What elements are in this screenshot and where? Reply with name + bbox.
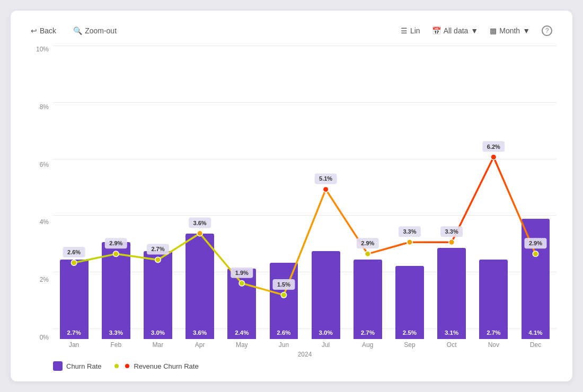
bar-group-jul: 3.0% [305, 46, 347, 339]
bar-label-may: 2.4% [235, 329, 249, 336]
bar-group-sep: 2.5% [388, 46, 430, 339]
x-label-mar: Mar [153, 341, 164, 349]
x-label-oct: Oct [447, 341, 457, 349]
x-axis-labels: JanFebMarAprMayJunJulAugSepOctNovDec [53, 339, 556, 351]
all-data-label: All data [444, 26, 469, 35]
back-label: Back [40, 26, 56, 35]
bar-label-jan: 2.7% [67, 329, 81, 336]
y-label-10: 10% [36, 46, 49, 53]
bar-oct: 3.1% [437, 248, 466, 339]
bar-jul: 3.0% [312, 251, 340, 339]
chevron-down-icon: ▼ [471, 26, 478, 35]
x-label-dec: Dec [530, 341, 541, 349]
bar-group-jan: 2.7% [53, 46, 95, 339]
bar-label-mar: 3.0% [151, 329, 165, 336]
zoom-out-button[interactable]: 🔍 Zoom-out [69, 24, 121, 37]
bar-group-may: 2.4% [221, 46, 263, 339]
bar-chart-icon: ▩ [490, 26, 497, 35]
x-label-sep: Sep [404, 341, 415, 349]
bar-group-nov: 2.7% [473, 46, 515, 339]
x-label-jun: Jun [279, 341, 289, 349]
bars-area: 2.7%3.3%3.0%3.6%2.4%2.6%3.0%2.7%2.5%3.1%… [53, 46, 556, 339]
bar-group-mar: 3.0% [137, 46, 179, 339]
toolbar: ↩ Back 🔍 Zoom-out ☰ Lin 📅 All data ▼ ▩ M… [26, 21, 556, 40]
chart-container: ↩ Back 🔍 Zoom-out ☰ Lin 📅 All data ▼ ▩ M… [11, 11, 572, 381]
bar-feb: 3.3% [102, 242, 130, 339]
all-data-button[interactable]: 📅 All data ▼ [428, 24, 483, 37]
bar-jan: 2.7% [60, 260, 89, 339]
legend-churn-box [53, 361, 63, 371]
bar-label-oct: 3.1% [445, 329, 458, 336]
legend: Churn Rate Revenue Churn Rate [26, 358, 556, 371]
chart-area: 10% 8% 6% 4% 2% 0% [26, 46, 556, 371]
x-label-may: May [236, 341, 248, 349]
bar-label-jul: 3.0% [319, 329, 333, 336]
bar-group-oct: 3.1% [431, 46, 473, 339]
x-year-label: 2024 [53, 351, 556, 358]
bar-label-nov: 2.7% [487, 329, 500, 336]
bar-label-jun: 2.6% [277, 329, 290, 336]
chart-inner: 10% 8% 6% 4% 2% 0% [26, 46, 556, 358]
bar-jun: 2.6% [270, 263, 298, 339]
y-label-6: 6% [40, 161, 49, 168]
chevron-down-icon2: ▼ [523, 26, 530, 35]
bar-group-dec: 4.1% [515, 46, 556, 339]
y-label-4: 4% [40, 218, 49, 226]
legend-line-icon [114, 362, 130, 370]
bar-mar: 3.0% [144, 251, 172, 339]
chart-plot: 2.7%3.3%3.0%3.6%2.4%2.6%3.0%2.7%2.5%3.1%… [53, 46, 556, 358]
help-icon: ? [542, 25, 552, 36]
x-label-feb: Feb [110, 341, 121, 349]
y-label-2: 2% [40, 276, 49, 283]
x-label-jul: Jul [322, 341, 330, 349]
legend-churn-rate: Churn Rate [53, 361, 101, 371]
y-axis: 10% 8% 6% 4% 2% 0% [26, 46, 53, 358]
bar-group-feb: 3.3% [95, 46, 137, 339]
bar-label-apr: 3.6% [193, 329, 207, 336]
x-label-nov: Nov [488, 341, 499, 349]
zoom-out-icon: 🔍 [73, 26, 82, 35]
bar-group-apr: 3.6% [179, 46, 221, 339]
calendar-icon: 📅 [432, 26, 441, 35]
month-label: Month [499, 26, 520, 35]
legend-revenue-label: Revenue Churn Rate [134, 362, 198, 370]
help-button[interactable]: ? [537, 23, 556, 38]
toolbar-left: ↩ Back 🔍 Zoom-out [26, 24, 392, 37]
bar-aug: 2.7% [354, 260, 382, 339]
bar-apr: 3.6% [186, 234, 214, 339]
back-button[interactable]: ↩ Back [26, 24, 60, 37]
month-button[interactable]: ▩ Month ▼ [485, 24, 534, 37]
bar-group-aug: 2.7% [347, 46, 388, 339]
svg-point-50 [125, 364, 129, 368]
y-label-8: 8% [40, 103, 49, 111]
x-label-aug: Aug [362, 341, 373, 349]
zoom-out-label: Zoom-out [85, 26, 117, 35]
toolbar-right: ☰ Lin 📅 All data ▼ ▩ Month ▼ ? [396, 23, 556, 38]
y-label-0: 0% [40, 334, 49, 341]
bar-label-sep: 2.5% [403, 329, 417, 336]
bar-may: 2.4% [227, 269, 256, 339]
x-label-jan: Jan [69, 341, 79, 349]
bar-dec: 4.1% [522, 219, 550, 339]
bar-label-aug: 2.7% [361, 329, 375, 336]
bar-group-jun: 2.6% [263, 46, 305, 339]
lin-label: Lin [410, 26, 420, 35]
lin-button[interactable]: ☰ Lin [396, 24, 425, 37]
x-label-apr: Apr [195, 341, 205, 349]
bar-label-feb: 3.3% [109, 329, 123, 336]
lin-icon: ☰ [401, 26, 408, 35]
bar-label-dec: 4.1% [528, 329, 542, 336]
legend-revenue-churn: Revenue Churn Rate [114, 362, 198, 370]
bar-sep: 2.5% [395, 266, 424, 340]
legend-churn-label: Churn Rate [66, 362, 101, 370]
back-icon: ↩ [31, 26, 37, 35]
bar-nov: 2.7% [479, 260, 508, 339]
